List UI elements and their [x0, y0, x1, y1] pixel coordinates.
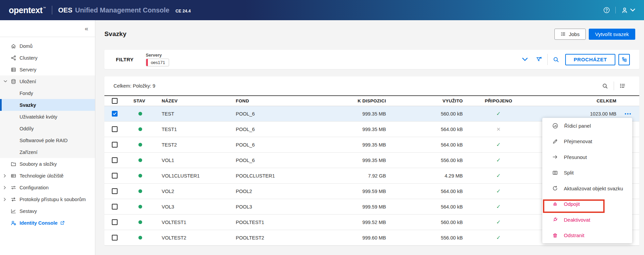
sidebar-item-partitions[interactable]: Oddíly [0, 123, 95, 134]
menu-item-update-volume-object[interactable]: Aktualizovat objekt svazku [542, 181, 632, 196]
sidebar-item-storage[interactable]: Uložení [0, 75, 95, 87]
clear-filters-button[interactable] [536, 56, 542, 63]
column-header-total[interactable]: CELKEM [534, 98, 616, 103]
sidebar-item-home[interactable]: Domů [0, 40, 95, 52]
user-menu-button[interactable] [621, 7, 635, 14]
column-header-status[interactable]: STAV [133, 98, 162, 103]
divider [547, 54, 548, 65]
menu-item-dismount[interactable]: Odpojit [542, 196, 632, 212]
menu-item-move[interactable]: Přesunout [542, 149, 632, 165]
external-link-icon [60, 220, 65, 225]
sidebar-collapse-button[interactable]: « [85, 25, 88, 32]
product-title: OES Unified Management Console CE 24.4 [58, 6, 191, 14]
pool-name: POOLTEST1 [236, 220, 317, 225]
sidebar-item-clusters[interactable]: Clustery [0, 52, 95, 64]
menu-item-split[interactable]: Split [542, 165, 632, 181]
available-value: 999.59 MB [317, 189, 386, 194]
column-header-mounted[interactable]: PŘIPOJENO [463, 98, 534, 103]
row-checkbox[interactable] [112, 235, 118, 241]
sidebar-item-servers[interactable]: Servery [0, 64, 95, 75]
volume-name: TEST2 [162, 142, 236, 148]
filters-expand-button[interactable] [522, 58, 528, 61]
status-online-dot [138, 236, 142, 240]
mounted-check-icon: ✓ [496, 188, 501, 194]
cluster-icon [10, 55, 17, 61]
column-header-name[interactable]: NÁZEV [162, 98, 236, 103]
mounted-check-icon: ✓ [496, 142, 501, 148]
select-all-checkbox[interactable] [112, 98, 118, 104]
sidebar-item-identity-console[interactable]: Identity Console [0, 217, 95, 229]
pool-name: POOL3 [236, 204, 317, 210]
sidebar: « Domů Clustery Servery Uložení Fondy Sv… [0, 20, 95, 255]
available-value: 999.35 MB [317, 127, 386, 132]
divider [614, 82, 614, 90]
table-header-row: STAV NÁZEV FOND K DISPOZICI VYUŽITO PŘIP… [104, 95, 639, 106]
status-online-dot [138, 158, 142, 162]
used-value: 556.00 kB [386, 235, 463, 241]
user-icon [621, 7, 628, 14]
row-checkbox[interactable] [112, 173, 118, 179]
row-actions-menu-icon[interactable] [625, 113, 631, 115]
used-value: 564.00 kB [386, 142, 463, 148]
sidebar-item-configuration[interactable]: Configuration [0, 182, 95, 193]
chevron-down-icon [4, 80, 7, 83]
sidebar-item-software-raid[interactable]: Softwarové pole RAID [0, 134, 95, 146]
sidebar-item-file-access-protocols[interactable]: Protokoly přístupu k souborům [0, 193, 95, 205]
row-checkbox[interactable] [112, 157, 118, 163]
available-value: 999.35 MB [317, 111, 386, 117]
available-value: 999.52 MB [317, 220, 386, 225]
available-value: 7.92 GB [317, 173, 386, 179]
column-header-pool[interactable]: FOND [236, 98, 317, 103]
jobs-button[interactable]: Jobs [554, 29, 586, 40]
chevron-down-icon [522, 58, 528, 61]
help-button[interactable] [603, 7, 610, 13]
table-search-button[interactable] [602, 83, 608, 89]
menu-item-delete[interactable]: Odstranit [542, 228, 632, 244]
tree-view-button[interactable] [618, 54, 630, 65]
sidebar-item-storage-technologies[interactable]: Technologie úložiště [0, 170, 95, 182]
not-mounted-x-icon: ✕ [496, 126, 501, 132]
status-online-dot [138, 174, 142, 178]
menu-item-dashboard[interactable]: Řídicí panel [542, 118, 632, 134]
available-value: 999.35 MB [317, 158, 386, 163]
used-value: 564.00 kB [386, 127, 463, 132]
sidebar-item-user-quotas[interactable]: Uživatelské kvóty [0, 111, 95, 123]
browse-button[interactable]: PROCHÁZET [565, 54, 615, 65]
menu-item-deactivate[interactable]: Deaktivovat [542, 212, 632, 228]
status-online-dot [138, 143, 142, 147]
status-online-dot [138, 220, 142, 224]
sidebar-item-devices[interactable]: Zařízení [0, 146, 95, 158]
chevron-right-icon [4, 186, 6, 189]
row-checkbox[interactable] [112, 219, 118, 225]
refresh-icon [552, 185, 558, 191]
table-view-options-button[interactable] [619, 83, 626, 89]
sidebar-collapse-row: « [0, 20, 95, 37]
used-value: 560.00 kB [386, 220, 463, 225]
filter-chip-server[interactable]: oes171 [146, 59, 169, 66]
sidebar-item-volumes[interactable]: Svazky [0, 99, 95, 111]
row-checkbox[interactable] [112, 142, 118, 148]
volume-name: VOLTEST2 [162, 235, 236, 241]
filter-group-servers: Servery oes171 [146, 53, 169, 66]
sidebar-item-reports[interactable]: Sestavy [0, 205, 95, 217]
chevron-down-icon [630, 8, 635, 12]
eject-icon [552, 201, 558, 207]
create-volume-button[interactable]: Vytvořit svazek [589, 29, 635, 40]
column-header-available[interactable]: K DISPOZICI [317, 98, 386, 103]
opentext-logo: opentext™ [9, 5, 46, 15]
pool-name: POOLCLUSTER1 [236, 173, 317, 179]
row-checkbox[interactable] [112, 188, 118, 194]
row-checkbox[interactable] [112, 126, 118, 132]
row-checkbox[interactable] [112, 204, 118, 210]
sidebar-group-storage: Uložení Fondy Svazky Uživatelské kvóty O… [0, 75, 95, 158]
sidebar-item-files-folders[interactable]: Soubory a složky [0, 158, 95, 170]
column-header-used[interactable]: VYUŽITO [386, 98, 463, 103]
row-checkbox[interactable] [112, 111, 118, 117]
mounted-check-icon: ✓ [496, 235, 501, 241]
available-value: 999.35 MB [317, 142, 386, 148]
product-suffix: Unified Management Console [75, 6, 169, 14]
menu-item-rename[interactable]: Přejmenovat [542, 134, 632, 150]
search-icon [602, 83, 608, 89]
sidebar-item-pools[interactable]: Fondy [0, 87, 95, 99]
filter-search-button[interactable] [553, 56, 559, 63]
